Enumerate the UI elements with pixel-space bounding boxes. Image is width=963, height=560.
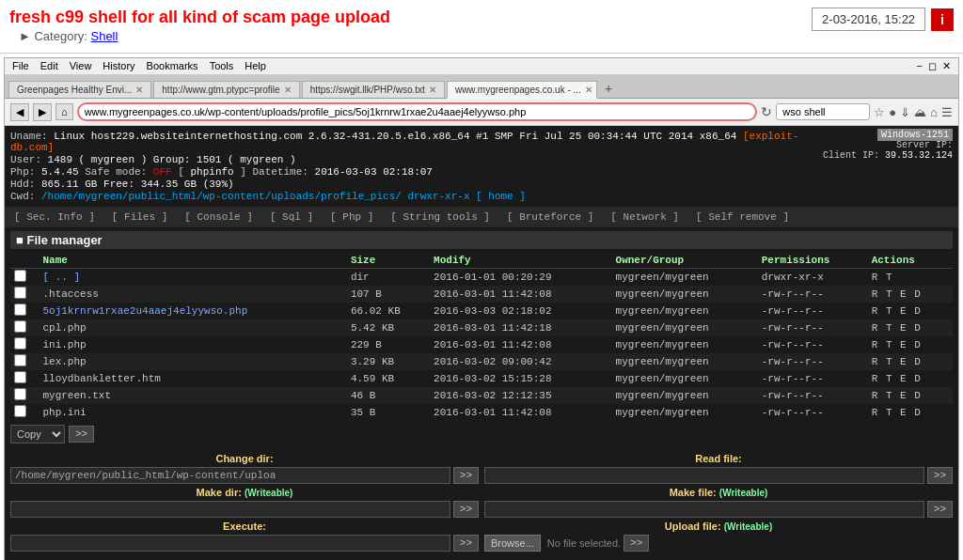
change-dir-input[interactable] (10, 467, 450, 484)
tab-1[interactable]: Greenpages Healthy Envi... ✕ (8, 81, 151, 98)
copy-go-button[interactable]: >> (69, 426, 94, 443)
nav-bruteforce[interactable]: [ Bruteforce ] (499, 210, 601, 225)
action-e[interactable]: E (900, 390, 907, 401)
action-t[interactable]: T (886, 272, 892, 283)
action-d[interactable]: D (914, 356, 921, 367)
user-icon[interactable]: ⛰ (914, 105, 926, 119)
action-t[interactable]: T (886, 339, 892, 350)
file-name[interactable]: 5oj1krnrw1rxae2u4aaej4elyywso.php (42, 305, 247, 317)
bookmark-icon[interactable]: ☆ (874, 105, 885, 119)
action-t[interactable]: T (886, 373, 892, 384)
menu-view[interactable]: View (70, 60, 92, 72)
tab-4-close[interactable]: ✕ (585, 85, 592, 95)
tab-2-close[interactable]: ✕ (284, 85, 292, 95)
action-e[interactable]: E (900, 356, 907, 367)
nav-files[interactable]: [ Files ] (104, 210, 175, 225)
nav-network[interactable]: [ Network ] (603, 210, 687, 225)
nav-php[interactable]: [ Php ] (323, 210, 381, 225)
home-button[interactable]: ⌂ (55, 103, 73, 120)
window-minimize[interactable]: − (917, 60, 923, 72)
action-d[interactable]: D (914, 305, 921, 317)
window-maximize[interactable]: ◻ (928, 60, 937, 72)
tab-4[interactable]: www.mygreenpages.co.uk - ... ✕ (447, 81, 597, 99)
nav-sec-info[interactable]: [ Sec. Info ] (7, 210, 103, 225)
make-file-input[interactable] (484, 501, 924, 518)
action-t[interactable]: T (886, 322, 892, 334)
menu-help[interactable]: Help (245, 60, 266, 72)
row-checkbox[interactable] (14, 287, 26, 299)
action-d[interactable]: D (914, 373, 921, 384)
row-checkbox[interactable] (14, 337, 26, 350)
forward-button[interactable]: ▶ (33, 103, 52, 121)
row-checkbox[interactable] (14, 388, 26, 400)
copy-select[interactable]: Copy Move Delete (10, 425, 65, 443)
action-e[interactable]: E (900, 322, 907, 334)
back-button[interactable]: ◀ (10, 103, 29, 121)
make-file-button[interactable]: >> (927, 501, 953, 518)
action-e[interactable]: E (900, 305, 907, 317)
action-r[interactable]: R (872, 339, 878, 350)
tab-3-close[interactable]: ✕ (429, 85, 436, 95)
menu-history[interactable]: History (103, 60, 134, 72)
search-input[interactable] (776, 103, 870, 120)
make-dir-button[interactable]: >> (453, 501, 479, 518)
action-d[interactable]: D (914, 322, 921, 334)
action-r[interactable]: R (872, 288, 878, 300)
action-e[interactable]: E (900, 373, 907, 384)
action-d[interactable]: D (914, 288, 921, 300)
browse-button[interactable]: Browse... (484, 535, 541, 552)
action-d[interactable]: D (914, 390, 921, 401)
nav-console[interactable]: [ Console ] (177, 210, 260, 225)
menu-tools[interactable]: Tools (210, 60, 234, 72)
action-r[interactable]: R (872, 272, 878, 283)
row-checkbox[interactable] (14, 354, 26, 366)
action-t[interactable]: T (886, 390, 892, 401)
action-d[interactable]: D (914, 339, 921, 350)
action-r[interactable]: R (872, 356, 878, 367)
menu-file[interactable]: File (12, 60, 29, 72)
tab-1-close[interactable]: ✕ (135, 85, 143, 95)
action-e[interactable]: E (900, 407, 907, 418)
tab-2[interactable]: http://www.gtm.ptypc=profile ✕ (153, 81, 299, 98)
action-r[interactable]: R (872, 322, 878, 334)
nav-self-remove[interactable]: [ Self remove ] (688, 210, 797, 225)
action-r[interactable]: R (872, 407, 878, 418)
address-input[interactable] (77, 102, 758, 121)
action-r[interactable]: R (872, 305, 878, 317)
row-checkbox[interactable] (14, 320, 26, 333)
row-checkbox[interactable] (14, 270, 26, 282)
action-r[interactable]: R (872, 373, 878, 384)
window-close[interactable]: ✕ (942, 60, 951, 72)
menu-edit[interactable]: Edit (40, 60, 58, 72)
nav-sql[interactable]: [ Sql ] (262, 210, 321, 225)
home-icon2[interactable]: ⌂ (930, 105, 938, 119)
action-e[interactable]: E (900, 288, 907, 300)
tab-3[interactable]: https://swgit.llk/PHP/wso.txt ✕ (302, 81, 445, 98)
action-t[interactable]: T (886, 288, 892, 300)
nav-string-tools[interactable]: [ String tools ] (383, 210, 497, 225)
execute-button[interactable]: >> (453, 535, 479, 552)
upload-button[interactable]: >> (624, 535, 649, 552)
action-t[interactable]: T (886, 407, 892, 418)
make-dir-input[interactable] (10, 501, 450, 518)
row-checkbox[interactable] (14, 371, 26, 383)
action-e[interactable]: E (900, 339, 907, 350)
row-checkbox[interactable] (14, 303, 26, 316)
new-tab-button[interactable]: + (599, 79, 618, 98)
execute-input[interactable] (10, 535, 450, 552)
info-button[interactable]: i (931, 8, 954, 31)
action-d[interactable]: D (914, 407, 921, 418)
read-file-input[interactable] (484, 467, 924, 484)
action-t[interactable]: T (886, 305, 892, 317)
menu-bookmarks[interactable]: Bookmarks (147, 60, 198, 72)
row-checkbox[interactable] (14, 405, 26, 417)
action-t[interactable]: T (886, 356, 892, 367)
category-link[interactable]: Shell (90, 29, 118, 43)
action-r[interactable]: R (872, 390, 878, 401)
change-dir-button[interactable]: >> (453, 467, 479, 484)
file-name[interactable]: [ .. ] (42, 272, 80, 283)
refresh-button[interactable]: ↻ (761, 104, 772, 119)
menu-icon[interactable]: ☰ (941, 105, 953, 119)
read-file-button[interactable]: >> (927, 467, 953, 484)
download-icon[interactable]: ⇓ (900, 105, 910, 119)
